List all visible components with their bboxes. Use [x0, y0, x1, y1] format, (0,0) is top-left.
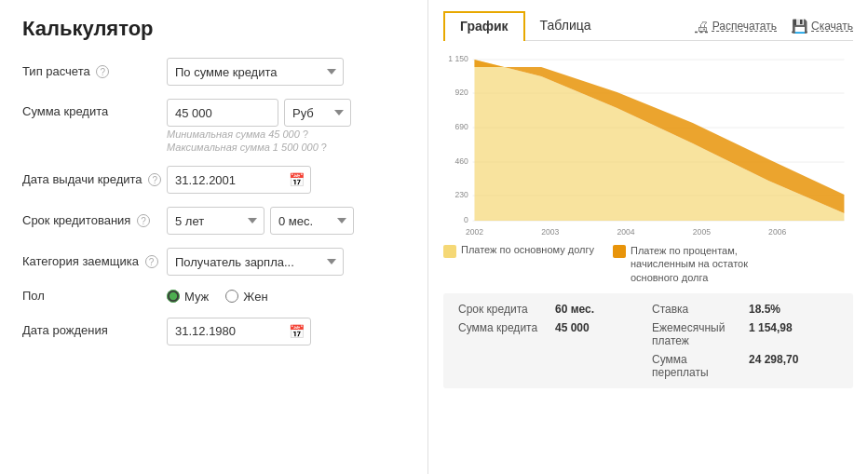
gender-female-text: Жен [243, 290, 267, 304]
tab-actions: 🖨 Распечатать 💾 Скачать [696, 19, 853, 34]
print-icon: 🖨 [696, 19, 709, 34]
gender-female-radio[interactable] [225, 290, 238, 303]
gender-radio-group: Муж Жен [167, 290, 268, 304]
overpay-value: 24 298,70 [749, 353, 838, 379]
issue-date-help-icon[interactable]: ? [148, 173, 161, 186]
gender-female-label[interactable]: Жен [225, 290, 267, 304]
print-button[interactable]: 🖨 Распечатать [696, 19, 777, 34]
svg-text:460: 460 [454, 156, 468, 166]
tab-таблица[interactable]: Таблица [525, 12, 606, 40]
svg-text:2003: 2003 [541, 227, 559, 237]
page-title: Калькулятор [22, 17, 405, 41]
calc-type-help-icon[interactable]: ? [96, 65, 109, 78]
dob-label: Дата рождения [22, 323, 167, 339]
borrower-cat-help-icon[interactable]: ? [145, 255, 158, 268]
svg-text:0: 0 [464, 215, 468, 224]
legend-interest: Платеж по процентам, начисленным на оста… [613, 244, 789, 284]
calc-type-row: Тип расчета ? По сумме кредита [22, 58, 405, 86]
gender-male-label[interactable]: Муж [167, 290, 209, 304]
currency-select[interactable]: Руб [284, 99, 351, 127]
max-hint-icon[interactable]: ? [321, 142, 327, 153]
chart-area: 1 150 920 690 460 230 0 2002 2003 2 [443, 50, 853, 237]
term-controls: 5 лет 0 мес. [167, 207, 354, 235]
term-row: Срок кредитования ? 5 лет 0 мес. [22, 207, 405, 235]
issue-date-controls: 📅 [167, 166, 311, 194]
svg-text:1 150: 1 150 [448, 54, 468, 63]
term-years-select[interactable]: 5 лет [167, 207, 264, 235]
term-help-icon[interactable]: ? [137, 214, 150, 227]
min-hint-icon[interactable]: ? [303, 129, 308, 140]
chart-panel: График Таблица 🖨 Распечатать 💾 Скачать 1… [428, 0, 868, 474]
borrower-cat-row: Категория заемщика ? Получатель зарпла..… [22, 248, 405, 276]
dob-controls: 📅 [167, 318, 311, 345]
rate-value: 18.5% [749, 303, 838, 316]
min-amount-hint: Минимальная сумма 45 000 ? [167, 129, 351, 140]
calc-type-controls: По сумме кредита [167, 58, 344, 86]
amount-label: Сумма кредита [458, 321, 548, 347]
borrower-cat-controls: Получатель зарпла... [167, 248, 344, 276]
gender-label: Пол [22, 289, 167, 305]
payment-value: 1 154,98 [749, 321, 838, 347]
tab-график[interactable]: График [443, 11, 525, 41]
borrower-cat-select[interactable]: Получатель зарпла... [167, 248, 344, 276]
svg-marker-12 [474, 60, 844, 221]
rate-label: Ставка [652, 303, 741, 316]
legend-principal: Платеж по основному долгу [443, 244, 594, 284]
svg-text:2005: 2005 [693, 227, 711, 237]
svg-text:690: 690 [454, 122, 468, 131]
loan-amount-label: Сумма кредита [22, 99, 167, 120]
dob-row: Дата рождения 📅 [22, 318, 405, 345]
issue-date-label: Дата выдачи кредита ? [22, 172, 167, 188]
issue-date-row: Дата выдачи кредита ? 📅 [22, 166, 405, 194]
calc-type-select[interactable]: По сумме кредита [167, 58, 344, 86]
chart-svg: 1 150 920 690 460 230 0 2002 2003 2 [443, 50, 853, 237]
max-amount-hint: Максимальная сумма 1 500 000 ? [167, 142, 351, 153]
download-button[interactable]: 💾 Скачать [792, 19, 853, 34]
amount-value: 45 000 [555, 321, 644, 347]
term-label: Срок кредита [458, 303, 548, 316]
svg-text:2006: 2006 [768, 227, 786, 237]
term-value: 60 мес. [555, 303, 644, 316]
tabs-bar: График Таблица 🖨 Распечатать 💾 Скачать [443, 11, 853, 41]
dob-input[interactable] [167, 318, 311, 345]
principal-swatch [443, 245, 456, 258]
svg-text:230: 230 [454, 190, 468, 199]
gender-male-text: Муж [184, 290, 209, 304]
chart-legend: Платеж по основному долгу Платеж по проц… [443, 244, 853, 284]
svg-text:920: 920 [454, 88, 468, 97]
loan-amount-controls: Руб Минимальная сумма 45 000 ? Максималь… [167, 99, 351, 153]
term-months-select[interactable]: 0 мес. [270, 207, 354, 235]
svg-text:2004: 2004 [617, 227, 635, 237]
overpay-value-empty [555, 353, 644, 379]
loan-amount-row: Сумма кредита Руб Минимальная сумма 45 0… [22, 99, 405, 153]
download-icon: 💾 [792, 19, 807, 34]
borrower-cat-label: Категория заемщика ? [22, 254, 167, 270]
calc-type-label: Тип расчета ? [22, 64, 167, 80]
overpay-label-empty [458, 353, 548, 379]
svg-text:2002: 2002 [466, 227, 483, 237]
dob-wrapper: 📅 [167, 318, 311, 345]
loan-amount-input[interactable] [167, 99, 278, 127]
issue-date-wrapper: 📅 [167, 166, 311, 194]
interest-swatch [613, 245, 626, 258]
overpay-label: Сумма переплаты [652, 353, 741, 379]
payment-label: Ежемесячный платеж [652, 321, 741, 347]
gender-row: Пол Муж Жен [22, 289, 405, 305]
issue-date-input[interactable] [167, 166, 311, 194]
term-label: Срок кредитования ? [22, 213, 167, 229]
summary-table: Срок кредита 60 мес. Ставка 18.5% Сумма … [443, 293, 853, 388]
calculator-panel: Калькулятор Тип расчета ? По сумме креди… [0, 0, 428, 474]
gender-male-radio[interactable] [167, 290, 180, 303]
